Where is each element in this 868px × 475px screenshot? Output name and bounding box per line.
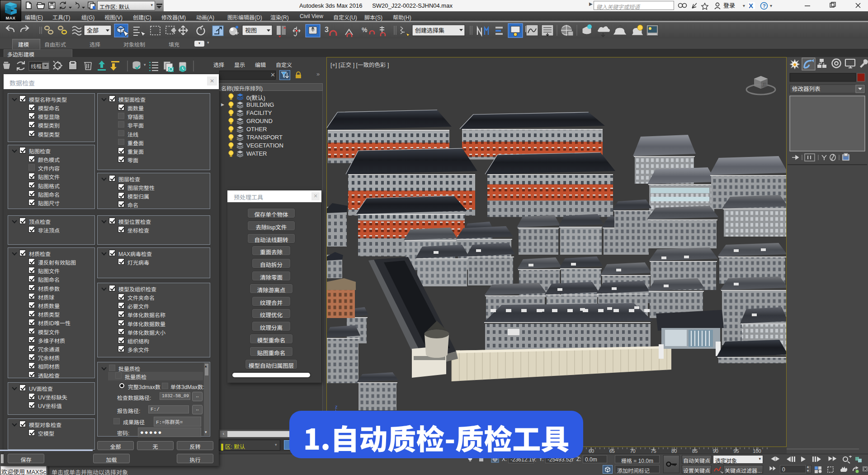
svg-text:后: 后 [762, 82, 767, 87]
svg-text:?: ? [763, 3, 766, 9]
svg-text:视图: 视图 [245, 27, 257, 34]
svg-text:X: X [749, 2, 753, 10]
svg-text:70: 70 [630, 448, 635, 454]
svg-text:95: 95 [733, 448, 739, 454]
svg-text:85: 85 [692, 448, 698, 454]
svg-text:3: 3 [325, 26, 329, 33]
svg-text:65: 65 [609, 448, 615, 454]
svg-text:100: 100 [753, 448, 761, 454]
svg-text:线框: 线框 [31, 63, 42, 70]
svg-text:▾: ▾ [770, 3, 772, 8]
svg-text:60: 60 [589, 448, 594, 454]
svg-text:90: 90 [713, 448, 718, 454]
svg-text:登录: 登录 [723, 2, 735, 9]
svg-text:%: % [362, 26, 368, 33]
svg-text:▾: ▾ [144, 62, 146, 67]
svg-text:75: 75 [651, 448, 656, 454]
svg-text:修改器列表: 修改器列表 [792, 86, 821, 92]
svg-text:80: 80 [671, 448, 677, 454]
svg-text:全部: 全部 [87, 27, 99, 34]
svg-text:创建选择集: 创建选择集 [415, 27, 444, 34]
svg-text:▾: ▾ [743, 3, 745, 8]
